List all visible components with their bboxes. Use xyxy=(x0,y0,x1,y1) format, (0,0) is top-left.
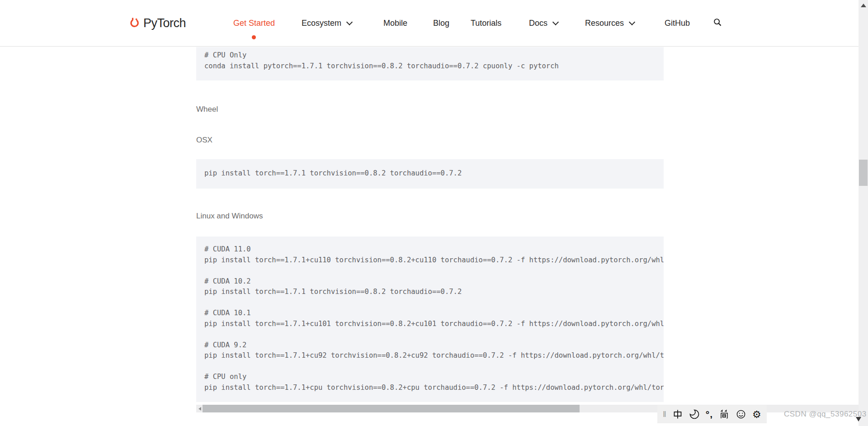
nav-item-tutorials[interactable]: Tutorials xyxy=(471,0,501,47)
pytorch-flame-icon xyxy=(129,17,140,29)
nav-label: Docs xyxy=(529,19,547,28)
pytorch-logo[interactable]: PyTorch xyxy=(129,0,186,47)
nav-item-resources[interactable]: Resources xyxy=(585,0,634,47)
scroll-up-arrow-icon[interactable] xyxy=(861,4,866,7)
chevron-down-icon xyxy=(552,19,559,25)
nav-label: Get Started xyxy=(233,19,275,28)
ime-toolbar: ‖ °, xyxy=(657,405,767,423)
nav-item-docs[interactable]: Docs xyxy=(529,0,558,47)
code-block-conda-cpu: # CPU Only conda install pytorch==1.7.1 … xyxy=(196,47,664,80)
section-heading-wheel: Wheel xyxy=(196,105,218,114)
nav-item-mobile[interactable]: Mobile xyxy=(383,0,407,47)
watermark-cursor-triangle xyxy=(856,417,861,421)
punctuation-mode-icon[interactable]: °, xyxy=(706,409,713,420)
fullwidth-moon-icon[interactable] xyxy=(689,409,700,420)
horizontal-scrollbar-thumb[interactable] xyxy=(203,405,580,412)
code-block-pip-osx: pip install torch==1.7.1 torchvision==0.… xyxy=(196,159,664,189)
nav-label: Tutorials xyxy=(471,19,501,28)
csdn-watermark: CSDN @qq_53962503 xyxy=(784,410,867,419)
logo-wordmark: PyTorch xyxy=(143,16,186,30)
nav-label: Blog xyxy=(433,19,449,28)
nav-label: Mobile xyxy=(383,19,407,28)
section-heading-osx: OSX xyxy=(196,136,212,145)
nav-label: GitHub xyxy=(665,19,690,28)
chevron-down-icon xyxy=(629,19,635,25)
section-heading-linux-windows: Linux and Windows xyxy=(196,212,263,221)
emoji-smiley-icon[interactable] xyxy=(736,409,746,420)
nav-item-ecosystem[interactable]: Ecosystem xyxy=(302,0,352,47)
main-navbar: PyTorch Get Started Ecosystem Mobile Blo… xyxy=(0,0,859,47)
search-icon xyxy=(713,18,722,28)
ime-drag-handle[interactable]: ‖ xyxy=(663,409,666,419)
code-block-pip-linux-windows: # CUDA 11.0 pip install torch==1.7.1+cu1… xyxy=(196,237,664,402)
vertical-scrollbar-thumb[interactable] xyxy=(859,160,868,186)
pytorch-get-started-page: PyTorch Get Started Ecosystem Mobile Blo… xyxy=(0,0,868,426)
search-button[interactable] xyxy=(713,0,722,47)
nav-item-get-started[interactable]: Get Started xyxy=(233,0,275,47)
nav-label: Resources xyxy=(585,19,624,28)
simplified-chinese-icon[interactable] xyxy=(719,409,730,420)
vertical-scrollbar[interactable] xyxy=(859,0,868,426)
chevron-down-icon xyxy=(346,19,353,25)
active-nav-dot xyxy=(252,35,256,39)
nav-label: Ecosystem xyxy=(302,19,341,28)
nav-item-blog[interactable]: Blog xyxy=(433,0,449,47)
nav-item-github[interactable]: GitHub xyxy=(665,0,690,47)
chinese-mode-icon[interactable] xyxy=(672,409,683,420)
gear-icon[interactable]: ⚙ xyxy=(752,409,761,420)
